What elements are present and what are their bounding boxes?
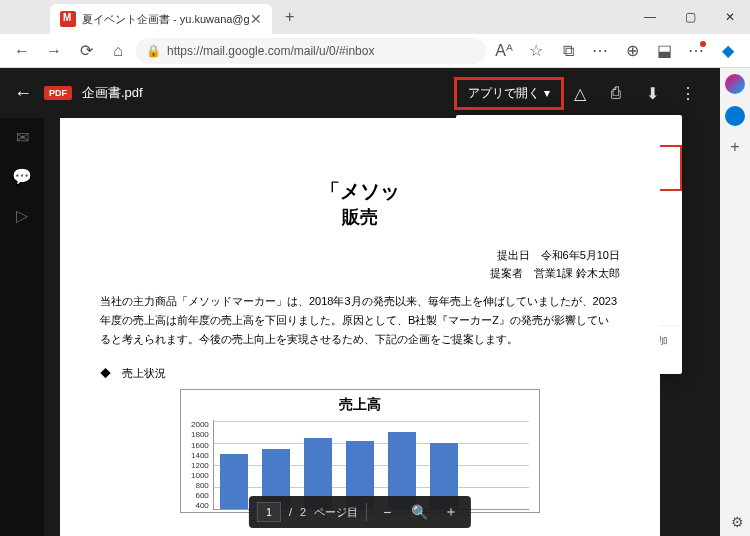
close-window-button[interactable]: ✕ [710, 0, 750, 34]
doc-meta: 提出日 令和6年5月10日 提案者 営業1課 鈴木太郎 [100, 247, 620, 282]
address-bar: ← → ⟳ ⌂ 🔒 https://mail.google.com/mail/u… [0, 34, 750, 68]
url-text: https://mail.google.com/mail/u/0/#inbox [167, 44, 374, 58]
nav-home-button[interactable]: ⌂ [104, 37, 132, 65]
reading-list-icon[interactable]: ⋯ [586, 37, 614, 65]
sidebar-add-button[interactable]: + [730, 138, 739, 156]
nav-back-button[interactable]: ← [8, 37, 36, 65]
nav-reload-button[interactable]: ⟳ [72, 37, 100, 65]
viewer-toolbar: ← PDF 企画書.pdf アプリで開く ▾ 接続済みアプリ A Adobe A… [0, 68, 720, 118]
pdf-viewer: ✉💬▷ 🔍 メールを検索 ← PDF 企画書.pdf アプリで開く ▾ 接続済み… [0, 68, 720, 536]
window-titlebar: 夏イベント企画書 - yu.kuwana@g ✕ + — ▢ ✕ [0, 0, 750, 34]
viewer-more-icon[interactable]: ⋮ [670, 75, 706, 111]
viewer-back-button[interactable]: ← [14, 83, 32, 104]
zoom-in-button[interactable]: ＋ [439, 500, 463, 524]
browser-tab[interactable]: 夏イベント企画書 - yu.kuwana@g ✕ [50, 4, 272, 34]
collections-icon[interactable]: ⧉ [554, 37, 582, 65]
print-icon[interactable]: ⎙ [598, 75, 634, 111]
page-total: 2 [300, 506, 306, 518]
lock-icon: 🔒 [146, 44, 161, 58]
apps-icon[interactable]: ⬓ [650, 37, 678, 65]
edge-sidebar: + [720, 68, 750, 536]
add-to-drive-icon[interactable]: △ [562, 75, 598, 111]
maximize-button[interactable]: ▢ [670, 0, 710, 34]
settings-gear-icon[interactable]: ⚙ [731, 514, 744, 530]
pdf-filename: 企画書.pdf [82, 84, 143, 102]
url-input[interactable]: 🔒 https://mail.google.com/mail/u/0/#inbo… [136, 38, 486, 64]
chart-bar [220, 454, 248, 509]
doc-title-line2: 販売 [100, 205, 620, 229]
download-icon[interactable]: ⬇ [634, 75, 670, 111]
caret-down-icon: ▾ [544, 86, 550, 100]
pdf-page: 「メソッ 販売 提出日 令和6年5月10日 提案者 営業1課 鈴木太郎 当社の主… [60, 118, 660, 536]
copilot-icon[interactable]: ◆ [714, 37, 742, 65]
doc-body-text: 当社の主力商品「メソッドマーカー」は、2018年3月の発売以来、毎年売上を伸ばし… [100, 292, 620, 348]
doc-section-heading: ◆ 売上状況 [100, 366, 620, 381]
chart-title: 売上高 [191, 396, 529, 414]
minimize-button[interactable]: — [630, 0, 670, 34]
tab-title: 夏イベント企画書 - yu.kuwana@g [82, 12, 250, 27]
new-tab-button[interactable]: + [278, 5, 302, 29]
chart-y-axis: 200018001600140012001000800600400 [191, 420, 213, 510]
gmail-favicon-icon [60, 11, 76, 27]
nav-forward-button[interactable]: → [40, 37, 68, 65]
text-size-icon[interactable]: Aᴬ [490, 37, 518, 65]
pdf-badge-icon: PDF [44, 86, 72, 100]
open-with-app-button[interactable]: アプリで開く ▾ [456, 79, 562, 108]
tab-close-icon[interactable]: ✕ [250, 11, 262, 27]
sidebar-outlook-icon[interactable] [725, 106, 745, 126]
zoom-out-button[interactable]: − [375, 500, 399, 524]
pdf-page-controls: / 2 ページ目 − 🔍 ＋ [249, 496, 471, 528]
zoom-fit-button[interactable]: 🔍 [407, 500, 431, 524]
doc-title-line1: 「メソッ [100, 178, 620, 205]
sales-chart: 売上高 200018001600140012001000800600400 [180, 389, 540, 513]
page-number-input[interactable] [257, 502, 281, 522]
browser-menu-icon[interactable]: ⋯ [682, 37, 710, 65]
split-screen-icon[interactable]: ⊕ [618, 37, 646, 65]
favorite-star-icon[interactable]: ☆ [522, 37, 550, 65]
sidebar-app-icon[interactable] [725, 74, 745, 94]
gmail-left-nav-dimmed: ✉💬▷ [0, 118, 44, 536]
